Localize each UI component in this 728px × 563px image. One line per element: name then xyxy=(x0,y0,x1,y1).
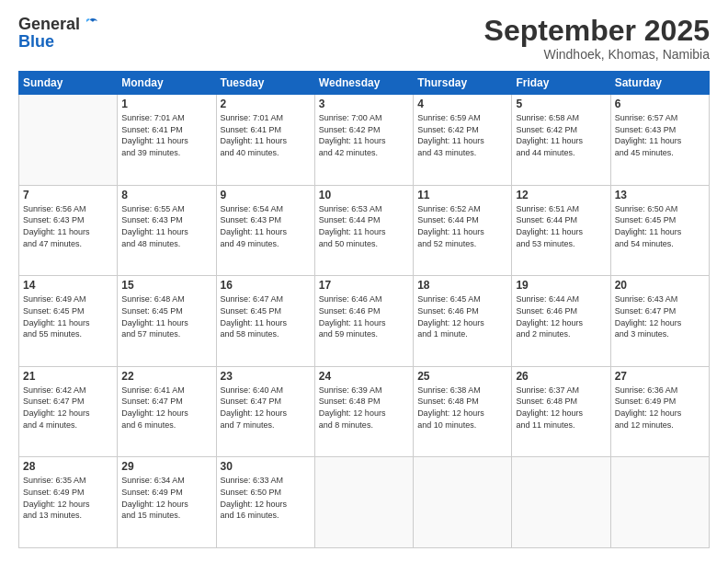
month-title: September 2025 xyxy=(484,15,710,47)
col-friday: Friday xyxy=(512,72,610,95)
table-row: 27Sunrise: 6:36 AMSunset: 6:49 PMDayligh… xyxy=(610,366,709,457)
day-info: Sunrise: 6:44 AMSunset: 6:46 PMDaylight:… xyxy=(516,293,606,339)
day-info: Sunrise: 6:52 AMSunset: 6:44 PMDaylight:… xyxy=(417,203,507,249)
calendar-week-row: 21Sunrise: 6:42 AMSunset: 6:47 PMDayligh… xyxy=(19,366,710,457)
table-row: 16Sunrise: 6:47 AMSunset: 6:45 PMDayligh… xyxy=(216,276,314,367)
day-number: 14 xyxy=(23,279,113,292)
day-info: Sunrise: 6:46 AMSunset: 6:46 PMDaylight:… xyxy=(319,293,409,339)
table-row: 18Sunrise: 6:45 AMSunset: 6:46 PMDayligh… xyxy=(414,276,512,367)
col-saturday: Saturday xyxy=(610,72,709,95)
table-row: 21Sunrise: 6:42 AMSunset: 6:47 PMDayligh… xyxy=(19,366,118,457)
table-row: 11Sunrise: 6:52 AMSunset: 6:44 PMDayligh… xyxy=(414,185,512,276)
day-number: 18 xyxy=(417,279,507,292)
day-info: Sunrise: 6:51 AMSunset: 6:44 PMDaylight:… xyxy=(516,203,606,249)
day-number: 25 xyxy=(417,370,507,383)
table-row: 1Sunrise: 7:01 AMSunset: 6:41 PMDaylight… xyxy=(118,95,216,186)
day-info: Sunrise: 6:41 AMSunset: 6:47 PMDaylight:… xyxy=(121,385,211,431)
day-info: Sunrise: 6:50 AMSunset: 6:45 PMDaylight:… xyxy=(615,203,705,249)
day-number: 10 xyxy=(319,189,409,201)
day-info: Sunrise: 6:48 AMSunset: 6:45 PMDaylight:… xyxy=(121,293,211,339)
day-info: Sunrise: 6:40 AMSunset: 6:47 PMDaylight:… xyxy=(221,385,311,431)
table-row: 9Sunrise: 6:54 AMSunset: 6:43 PMDaylight… xyxy=(216,185,314,276)
day-number: 4 xyxy=(417,98,507,110)
table-row: 19Sunrise: 6:44 AMSunset: 6:46 PMDayligh… xyxy=(512,276,610,367)
day-number: 15 xyxy=(121,279,211,292)
table-row: 25Sunrise: 6:38 AMSunset: 6:48 PMDayligh… xyxy=(414,366,512,457)
day-info: Sunrise: 6:36 AMSunset: 6:49 PMDaylight:… xyxy=(615,385,705,431)
day-number: 19 xyxy=(516,279,606,292)
day-number: 23 xyxy=(221,370,311,383)
day-number: 22 xyxy=(121,370,211,383)
day-number: 24 xyxy=(319,370,409,383)
day-info: Sunrise: 6:59 AMSunset: 6:42 PMDaylight:… xyxy=(417,112,507,158)
table-row: 13Sunrise: 6:50 AMSunset: 6:45 PMDayligh… xyxy=(610,185,709,276)
day-info: Sunrise: 6:38 AMSunset: 6:48 PMDaylight:… xyxy=(417,385,507,431)
day-info: Sunrise: 7:01 AMSunset: 6:41 PMDaylight:… xyxy=(221,112,311,158)
logo-general-text: General xyxy=(18,15,80,34)
day-info: Sunrise: 6:56 AMSunset: 6:43 PMDaylight:… xyxy=(23,203,113,249)
calendar-table: Sunday Monday Tuesday Wednesday Thursday… xyxy=(18,71,710,548)
table-row xyxy=(414,457,512,548)
table-row: 7Sunrise: 6:56 AMSunset: 6:43 PMDaylight… xyxy=(19,185,118,276)
table-row: 10Sunrise: 6:53 AMSunset: 6:44 PMDayligh… xyxy=(314,185,413,276)
day-info: Sunrise: 6:58 AMSunset: 6:42 PMDaylight:… xyxy=(516,112,606,158)
table-row: 14Sunrise: 6:49 AMSunset: 6:45 PMDayligh… xyxy=(19,276,118,367)
calendar-week-row: 7Sunrise: 6:56 AMSunset: 6:43 PMDaylight… xyxy=(19,185,710,276)
day-number: 28 xyxy=(23,460,113,473)
table-row: 24Sunrise: 6:39 AMSunset: 6:48 PMDayligh… xyxy=(314,366,413,457)
calendar-week-row: 28Sunrise: 6:35 AMSunset: 6:49 PMDayligh… xyxy=(19,457,710,548)
table-row: 20Sunrise: 6:43 AMSunset: 6:47 PMDayligh… xyxy=(610,276,709,367)
logo-blue-text: Blue xyxy=(18,32,54,52)
table-row xyxy=(314,457,413,548)
day-number: 29 xyxy=(121,460,211,473)
day-number: 2 xyxy=(221,98,311,110)
calendar-week-row: 1Sunrise: 7:01 AMSunset: 6:41 PMDaylight… xyxy=(19,95,710,186)
day-info: Sunrise: 6:33 AMSunset: 6:50 PMDaylight:… xyxy=(221,475,311,521)
table-row: 12Sunrise: 6:51 AMSunset: 6:44 PMDayligh… xyxy=(512,185,610,276)
table-row xyxy=(610,457,709,548)
day-info: Sunrise: 6:37 AMSunset: 6:48 PMDaylight:… xyxy=(516,385,606,431)
table-row: 26Sunrise: 6:37 AMSunset: 6:48 PMDayligh… xyxy=(512,366,610,457)
table-row xyxy=(512,457,610,548)
table-row: 2Sunrise: 7:01 AMSunset: 6:41 PMDaylight… xyxy=(216,95,314,186)
day-info: Sunrise: 6:49 AMSunset: 6:45 PMDaylight:… xyxy=(23,293,113,339)
col-wednesday: Wednesday xyxy=(314,72,413,95)
table-row: 23Sunrise: 6:40 AMSunset: 6:47 PMDayligh… xyxy=(216,366,314,457)
table-row: 6Sunrise: 6:57 AMSunset: 6:43 PMDaylight… xyxy=(610,95,709,186)
table-row: 4Sunrise: 6:59 AMSunset: 6:42 PMDaylight… xyxy=(414,95,512,186)
day-info: Sunrise: 6:42 AMSunset: 6:47 PMDaylight:… xyxy=(23,385,113,431)
table-row: 30Sunrise: 6:33 AMSunset: 6:50 PMDayligh… xyxy=(216,457,314,548)
calendar-page: General Blue September 2025 Windhoek, Kh… xyxy=(0,0,728,563)
day-info: Sunrise: 6:53 AMSunset: 6:44 PMDaylight:… xyxy=(319,203,409,249)
day-info: Sunrise: 6:55 AMSunset: 6:43 PMDaylight:… xyxy=(121,203,211,249)
day-number: 6 xyxy=(615,98,705,110)
day-number: 11 xyxy=(417,189,507,201)
day-number: 7 xyxy=(23,189,113,201)
day-number: 5 xyxy=(516,98,606,110)
day-number: 26 xyxy=(516,370,606,383)
day-number: 17 xyxy=(319,279,409,292)
day-number: 21 xyxy=(23,370,113,383)
table-row: 3Sunrise: 7:00 AMSunset: 6:42 PMDaylight… xyxy=(314,95,413,186)
col-sunday: Sunday xyxy=(19,72,118,95)
day-number: 3 xyxy=(319,98,409,110)
table-row xyxy=(19,95,118,186)
logo-bird-icon xyxy=(82,17,98,32)
day-number: 8 xyxy=(121,189,211,201)
day-info: Sunrise: 6:57 AMSunset: 6:43 PMDaylight:… xyxy=(615,112,705,158)
table-row: 5Sunrise: 6:58 AMSunset: 6:42 PMDaylight… xyxy=(512,95,610,186)
day-info: Sunrise: 6:34 AMSunset: 6:49 PMDaylight:… xyxy=(121,475,211,521)
table-row: 29Sunrise: 6:34 AMSunset: 6:49 PMDayligh… xyxy=(118,457,216,548)
table-row: 17Sunrise: 6:46 AMSunset: 6:46 PMDayligh… xyxy=(314,276,413,367)
col-thursday: Thursday xyxy=(414,72,512,95)
table-row: 15Sunrise: 6:48 AMSunset: 6:45 PMDayligh… xyxy=(118,276,216,367)
day-info: Sunrise: 7:01 AMSunset: 6:41 PMDaylight:… xyxy=(121,112,211,158)
col-tuesday: Tuesday xyxy=(216,72,314,95)
day-info: Sunrise: 7:00 AMSunset: 6:42 PMDaylight:… xyxy=(319,112,409,158)
day-info: Sunrise: 6:45 AMSunset: 6:46 PMDaylight:… xyxy=(417,293,507,339)
day-number: 30 xyxy=(221,460,311,473)
day-number: 16 xyxy=(221,279,311,292)
logo: General Blue xyxy=(18,15,98,52)
table-row: 8Sunrise: 6:55 AMSunset: 6:43 PMDaylight… xyxy=(118,185,216,276)
calendar-week-row: 14Sunrise: 6:49 AMSunset: 6:45 PMDayligh… xyxy=(19,276,710,367)
